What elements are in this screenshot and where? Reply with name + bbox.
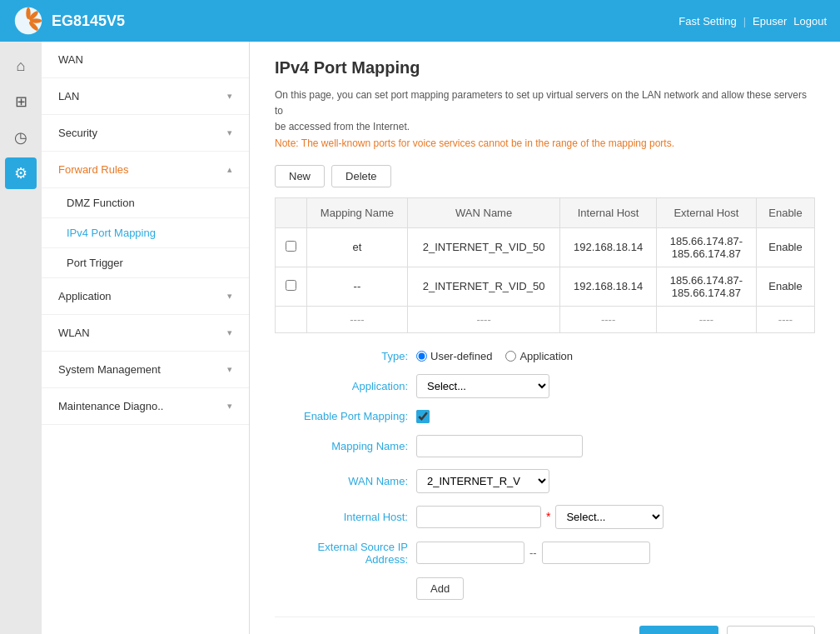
sidebar-item-system-management[interactable]: System Management ▾ <box>42 352 249 388</box>
internal-host-select[interactable]: Select... <box>555 505 664 529</box>
new-button[interactable]: New <box>275 165 325 187</box>
description-line1: On this page, you can set port mapping p… <box>275 89 807 117</box>
page-title: IPv4 Port Mapping <box>275 58 815 77</box>
row1-checkbox[interactable] <box>286 241 296 252</box>
row1-wan-name: 2_INTERNET_R_VID_50 <box>407 227 559 267</box>
main-content: IPv4 Port Mapping On this page, you can … <box>250 42 840 634</box>
wan-name-select[interactable]: 2_INTERNET_R_V <box>416 469 549 493</box>
row3-mapping-name: ---- <box>307 306 408 332</box>
sidebar: WAN LAN ▾ Security ▾ Forward Rules ▴ DMZ… <box>42 42 250 634</box>
internal-host-label: Internal Host: <box>275 511 408 523</box>
sidebar-item-security[interactable]: Security ▾ <box>42 115 249 152</box>
description-line2: be accessed from the Internet. <box>275 121 410 132</box>
type-label: Type: <box>275 350 408 362</box>
description-note: Note: The well-known ports for voice ser… <box>275 137 674 149</box>
sidebar-forward-label: Forward Rules <box>58 163 129 176</box>
type-application-label[interactable]: Application <box>505 350 573 362</box>
type-application-text: Application <box>519 350 573 362</box>
mapping-name-input[interactable] <box>416 435 583 457</box>
type-application-radio[interactable] <box>505 351 516 362</box>
sidebar-dmz-label: DMZ Function <box>67 197 135 209</box>
internal-host-inputs: * Select... <box>416 505 664 529</box>
required-star-icon: * <box>546 510 550 523</box>
table-row: ---- ---- ---- ---- ---- <box>276 306 815 332</box>
header-nav: Fast Setting | Epuser Logout <box>678 15 827 27</box>
sidebar-wan-label: WAN <box>58 53 83 66</box>
enable-row: Enable Port Mapping: <box>275 410 815 423</box>
enable-checkbox[interactable] <box>416 410 430 423</box>
table-header-internal-host: Internal Host <box>560 197 657 227</box>
application-select[interactable]: Select... <box>416 374 549 398</box>
external-ip-row: External Source IPAddress: -- <box>275 541 815 566</box>
row2-checkbox[interactable] <box>286 280 296 291</box>
wan-name-row: WAN Name: 2_INTERNET_R_V <box>275 469 815 493</box>
table-header-external-host: External Host <box>656 197 756 227</box>
external-ip-label: External Source IPAddress: <box>275 541 408 566</box>
row3-checkbox-cell <box>276 306 307 332</box>
type-user-defined-radio[interactable] <box>416 351 427 362</box>
type-row: Type: User-defined Application <box>275 350 815 362</box>
application-row: Application: Select... <box>275 374 815 398</box>
internal-host-row: Internal Host: * Select... <box>275 505 815 529</box>
icon-bar: ⌂ ⊞ ◷ ⚙ <box>0 42 42 634</box>
epuser-link[interactable]: Epuser <box>753 15 787 27</box>
sidebar-item-wlan[interactable]: WLAN ▾ <box>42 315 249 352</box>
row2-mapping-name: -- <box>307 267 408 306</box>
chevron-down-icon: ▾ <box>227 127 232 138</box>
sidebar-item-maintenance[interactable]: Maintenance Diagno.. ▾ <box>42 388 249 425</box>
table-header-wan-name: WAN Name <box>407 197 559 227</box>
chevron-down-icon: ▾ <box>227 291 232 302</box>
row1-external-host: 185.66.174.87-185.66.174.87 <box>656 227 756 267</box>
external-ip-inputs: -- <box>416 542 650 564</box>
delete-button[interactable]: Delete <box>331 165 391 187</box>
sidebar-item-ipv4-port-mapping[interactable]: IPv4 Port Mapping <box>42 218 249 248</box>
row3-enable: ---- <box>757 306 815 332</box>
sidebar-application-label: Application <box>58 290 112 302</box>
application-label: Application: <box>275 380 408 392</box>
external-ip-start-input[interactable] <box>416 542 524 564</box>
sidebar-maintenance-label: Maintenance Diagno.. <box>58 400 163 412</box>
table-row: et 2_INTERNET_R_VID_50 192.168.18.14 185… <box>276 227 815 267</box>
type-user-defined-label[interactable]: User-defined <box>416 350 492 362</box>
table-header-mapping-name: Mapping Name <box>307 197 408 227</box>
internal-host-input[interactable] <box>416 506 541 528</box>
header-left: EG8145V5 <box>13 6 125 36</box>
fast-setting-link[interactable]: Fast Setting <box>678 15 736 27</box>
form-section: Type: User-defined Application Applicati… <box>275 350 815 600</box>
chevron-down-icon: ▾ <box>227 364 232 375</box>
apply-button[interactable]: Apply <box>639 626 718 634</box>
logout-link[interactable]: Logout <box>793 15 827 27</box>
row2-external-host: 185.66.174.87-185.66.174.87 <box>656 267 756 306</box>
row2-wan-name: 2_INTERNET_R_VID_50 <box>407 267 559 306</box>
sidebar-ipv4-label: IPv4 Port Mapping <box>67 227 156 239</box>
sidebar-item-wan[interactable]: WAN <box>42 42 249 78</box>
chevron-up-icon: ▴ <box>227 164 232 175</box>
mapping-name-label: Mapping Name: <box>275 440 408 452</box>
clock-icon-btn[interactable]: ◷ <box>5 122 37 153</box>
app-title: EG8145V5 <box>52 12 125 30</box>
sidebar-item-lan[interactable]: LAN ▾ <box>42 78 249 115</box>
add-button[interactable]: Add <box>416 577 464 600</box>
sidebar-port-trigger-label: Port Trigger <box>67 257 123 269</box>
header: EG8145V5 Fast Setting | Epuser Logout <box>0 0 840 42</box>
row2-internal-host: 192.168.18.14 <box>560 267 657 306</box>
row1-enable: Enable <box>757 227 815 267</box>
chevron-down-icon: ▾ <box>227 327 232 338</box>
main-layout: ⌂ ⊞ ◷ ⚙ WAN LAN ▾ Security ▾ Forward Rul… <box>0 42 840 634</box>
settings-icon-btn[interactable]: ⚙ <box>5 157 37 189</box>
sidebar-system-label: System Management <box>58 363 161 376</box>
sidebar-security-label: Security <box>58 127 97 139</box>
row3-wan-name: ---- <box>407 306 559 332</box>
table-header-checkbox <box>276 197 307 227</box>
add-icon-btn[interactable]: ⊞ <box>5 86 37 117</box>
external-ip-end-input[interactable] <box>542 542 650 564</box>
sidebar-wlan-label: WLAN <box>58 327 90 339</box>
port-mapping-table: Mapping Name WAN Name Internal Host Exte… <box>275 197 815 333</box>
sidebar-item-dmz[interactable]: DMZ Function <box>42 188 249 218</box>
sidebar-item-application[interactable]: Application ▾ <box>42 278 249 315</box>
home-icon-btn[interactable]: ⌂ <box>5 50 37 82</box>
table-row: -- 2_INTERNET_R_VID_50 192.168.18.14 185… <box>276 267 815 306</box>
sidebar-item-port-trigger[interactable]: Port Trigger <box>42 248 249 278</box>
sidebar-item-forward-rules[interactable]: Forward Rules ▴ <box>42 152 249 188</box>
cancel-button[interactable]: Cancel <box>727 626 815 634</box>
